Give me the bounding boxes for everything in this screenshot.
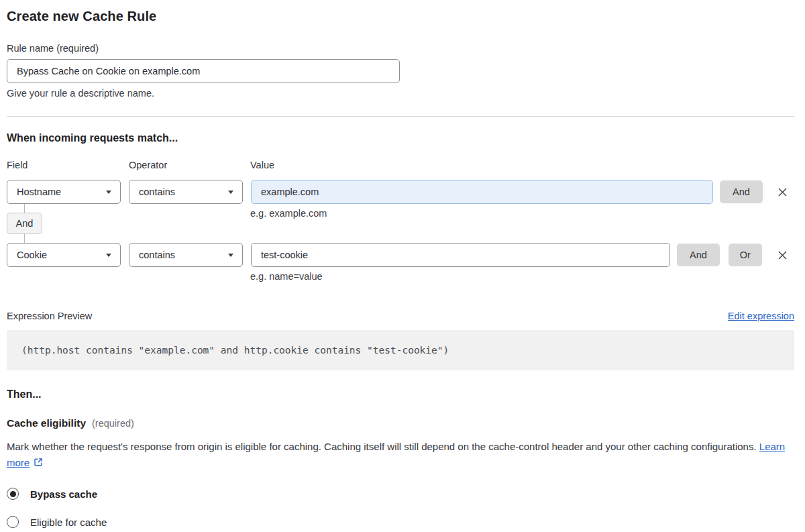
rule-name-input[interactable] (7, 59, 400, 83)
page-title: Create new Cache Rule (7, 9, 794, 24)
cache-eligibility-header: Cache eligibility (required) (7, 417, 794, 429)
radio-unselected-icon (7, 516, 19, 528)
rule-name-helper: Give your rule a descriptive name. (7, 88, 794, 99)
value-input-1[interactable] (251, 180, 713, 204)
connector-line-top (24, 204, 25, 213)
expression-header: Expression Preview Edit expression (7, 311, 794, 321)
required-note: (required) (92, 418, 134, 429)
condition-column-labels: Field Operator Value (7, 160, 794, 170)
cache-rule-form: Create new Cache Rule Rule name (require… (0, 0, 805, 528)
add-and-condition-button-1[interactable]: And (720, 180, 763, 203)
field-select-2-value: Cookie (17, 250, 47, 260)
logic-connector-chip: And (7, 213, 42, 234)
rule-name-label: Rule name (required) (7, 43, 794, 54)
field-select-1[interactable]: Hostname (7, 180, 121, 204)
operator-select-1-value: contains (139, 187, 175, 197)
expression-code: (http.host contains "example.com" and ht… (7, 330, 794, 370)
radio-selected-icon (7, 488, 19, 500)
add-or-condition-button-2[interactable]: Or (729, 244, 762, 266)
connector-line-bottom (24, 234, 25, 243)
chevron-down-icon (106, 254, 111, 257)
value-hint-1: e.g. example.com (250, 204, 327, 243)
close-icon (777, 250, 788, 261)
field-select-2[interactable]: Cookie (7, 243, 121, 267)
description-text: Mark whether the request's response from… (7, 441, 757, 452)
chevron-down-icon (228, 191, 233, 194)
operator-select-2[interactable]: contains (129, 243, 243, 267)
external-link-icon (33, 456, 44, 472)
remove-condition-button-2[interactable] (773, 244, 791, 266)
connector-stack: And (7, 204, 121, 243)
close-icon (777, 187, 788, 198)
radio-bypass-cache-label: Bypass cache (30, 488, 97, 500)
then-heading: Then... (7, 388, 794, 401)
operator-select-2-value: contains (139, 250, 175, 260)
value-column-label: Value (250, 160, 794, 170)
operator-select-1[interactable]: contains (129, 180, 243, 204)
field-column-label: Field (7, 160, 129, 170)
radio-eligible-for-cache[interactable]: Eligible for cache (7, 516, 107, 528)
chevron-down-icon (228, 254, 233, 257)
value-input-2[interactable] (251, 243, 670, 267)
radio-dot (10, 491, 16, 497)
condition-row-2: Cookie contains And Or (7, 243, 794, 267)
operator-column-label: Operator (129, 160, 250, 170)
cache-eligibility-description: Mark whether the request's response from… (7, 439, 794, 472)
radio-eligible-for-cache-label: Eligible for cache (30, 517, 107, 528)
add-and-condition-button-2[interactable]: And (677, 244, 720, 266)
cache-eligibility-heading: Cache eligibility (7, 417, 86, 429)
radio-bypass-cache[interactable]: Bypass cache (7, 488, 97, 500)
field-select-1-value: Hostname (17, 187, 61, 197)
remove-condition-button-1[interactable] (773, 180, 791, 203)
value-hint-2: e.g. name=value (250, 271, 794, 282)
connector-area: And e.g. example.com (7, 204, 794, 243)
match-section-heading: When incoming requests match... (7, 132, 794, 144)
chevron-down-icon (106, 191, 111, 194)
condition-row-1: Hostname contains And (7, 180, 794, 204)
expression-preview-label: Expression Preview (7, 311, 92, 321)
section-divider (7, 116, 794, 117)
edit-expression-link[interactable]: Edit expression (728, 311, 794, 321)
